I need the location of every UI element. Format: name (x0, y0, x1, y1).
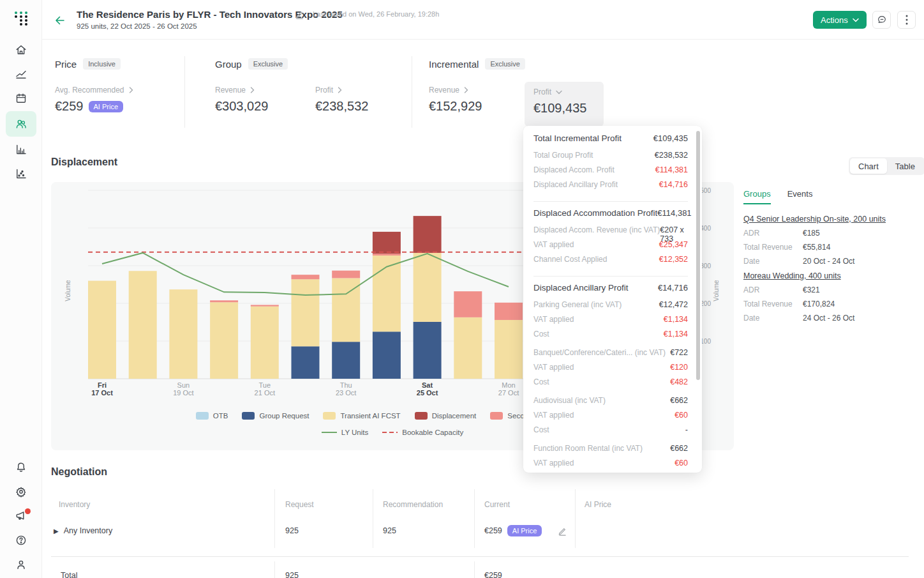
kpi-price-title: Price Inclusive (55, 58, 121, 70)
popup-row-value: €1,134 (664, 315, 688, 324)
metric-group-profit[interactable]: Profit €238,532 (315, 86, 368, 114)
table-divider (474, 489, 475, 548)
group-title-link[interactable]: Q4 Senior Leadership On-site, 200 units (743, 215, 916, 224)
ai-price-badge: AI Price (507, 525, 542, 536)
page-subtitle: 925 units, 22 Oct 2025 - 26 Oct 2025 (77, 22, 197, 30)
group-detail-label: ADR (743, 229, 803, 238)
sidebar-item-profile[interactable] (6, 553, 36, 576)
popup-row: Total Group Profit€238,532 (533, 151, 688, 165)
actions-button[interactable]: Actions (813, 11, 867, 29)
metric-label: Profit (533, 87, 551, 96)
comments-button[interactable] (872, 11, 891, 29)
chevron-right-icon (338, 87, 342, 93)
svg-text:Fri17 Oct: Fri17 Oct (91, 381, 113, 397)
popup-row-value: €12,352 (659, 255, 688, 264)
table-total-divider (51, 556, 909, 557)
popup-row-value: €12,472 (659, 300, 688, 309)
toggle-chart[interactable]: Chart (850, 158, 887, 174)
group-detail-value: 20 Oct - 24 Oct (803, 257, 854, 266)
legend-label: OTB (213, 412, 228, 420)
current-value: €259 (484, 526, 502, 535)
row-any-inventory[interactable]: ▶ Any Inventory (54, 526, 112, 535)
col-request: Request (285, 500, 314, 509)
metric-incremental-revenue[interactable]: Revenue €152,929 (429, 86, 482, 114)
popup-scrollbar[interactable] (696, 131, 700, 380)
tab-groups[interactable]: Groups (743, 189, 771, 204)
group-detail-label: Total Revenue (743, 243, 803, 252)
popup-row-label: Displaced Accommodation Profit (533, 208, 657, 218)
popup-row-value: €60 (674, 459, 688, 468)
popup-row-value: €120 (670, 363, 688, 372)
tab-events[interactable]: Events (787, 189, 813, 204)
svg-text:Volume: Volume (64, 280, 71, 301)
edit-title-icon[interactable] (295, 10, 304, 22)
chat-bubble-icon (877, 15, 887, 25)
kpi-price-label: Price (55, 59, 77, 70)
group-detail-value: 24 Oct - 26 Oct (803, 314, 854, 323)
table-divider (274, 561, 275, 578)
svg-text:Volume: Volume (713, 280, 720, 301)
popup-section: Displaced Ancillary Profit€14,716Parking… (533, 276, 688, 473)
sidebar-item-home[interactable] (6, 38, 36, 61)
kpi-group-badge: Exclusive (248, 58, 288, 70)
legend-swatch (490, 412, 503, 420)
sidebar-item-megaphone[interactable] (6, 505, 36, 528)
popup-row-value: €482 (670, 377, 688, 386)
popup-row: Cost€1,134 (533, 330, 688, 344)
col-inventory: Inventory (59, 500, 90, 509)
group-detail-value: €185 (803, 229, 820, 238)
popup-row-label: Displaced Accom. Revenue (inc VAT) (533, 225, 660, 234)
legend-item: Group Request (242, 412, 309, 420)
inventory-cell: Any Inventory (64, 526, 112, 535)
sidebar-item-scatter-chart[interactable] (6, 162, 36, 185)
kpi-incremental-badge: Exclusive (485, 58, 525, 70)
recommendation-cell: 925 (383, 526, 396, 535)
notification-dot (25, 508, 31, 514)
popup-row-value: €109,435 (653, 133, 688, 143)
group-detail-label: Date (743, 314, 803, 323)
group-detail-label: ADR (743, 285, 803, 294)
sidebar-item-trend[interactable] (6, 63, 36, 86)
kpi-incremental-label: Incremental (429, 59, 479, 70)
more-options-button[interactable] (897, 11, 916, 29)
metric-value: €259 (55, 99, 84, 114)
group-detail-value: €170,824 (803, 300, 835, 308)
chevron-down-icon (556, 90, 562, 95)
metric-value: €152,929 (429, 99, 482, 114)
popup-row: Audiovisual (inc VAT)€662 (533, 396, 688, 411)
groups-list: Q4 Senior Leadership On-site, 200 unitsA… (743, 215, 916, 328)
popup-row-value: €114,381 (657, 208, 691, 218)
legend-swatch (323, 412, 336, 420)
back-arrow-icon[interactable] (54, 14, 66, 29)
group-title-link[interactable]: Moreau Wedding, 400 units (743, 271, 916, 280)
legend-swatch (242, 412, 255, 420)
chevron-right-icon (129, 87, 133, 93)
request-cell: 925 (285, 526, 299, 535)
sidebar-item-bell[interactable] (6, 456, 36, 479)
popup-row-label: VAT applied (533, 315, 574, 324)
metric-value: €238,532 (315, 99, 368, 114)
metric-avg-recommended[interactable]: Avg. Recommended €259 AI Price (55, 86, 133, 114)
legend-label: Displacement (432, 412, 477, 420)
group-detail-row: Date20 Oct - 24 Oct (743, 257, 916, 266)
metric-incremental-profit-selected[interactable]: Profit €109,435 (525, 82, 604, 126)
popup-row-value: €25,347 (659, 240, 688, 249)
sidebar-item-calendar[interactable] (6, 87, 36, 110)
sidebar-item-settings[interactable] (6, 480, 36, 503)
popup-row: VAT applied€60 (533, 411, 688, 425)
edit-current-icon[interactable] (558, 526, 567, 538)
metric-label: Avg. Recommended (55, 86, 124, 95)
toggle-table[interactable]: Table (887, 158, 923, 174)
expand-caret-icon[interactable]: ▶ (54, 528, 59, 535)
popup-row-value: €114,381 (655, 165, 688, 174)
sidebar-item-bar-chart[interactable] (6, 138, 36, 161)
metric-group-revenue[interactable]: Revenue €303,029 (215, 86, 268, 114)
displacement-heading: Displacement (51, 156, 117, 168)
popup-row-label: Cost (533, 330, 549, 338)
sidebar-item-groups[interactable] (6, 111, 36, 137)
popup-row: Banquet/Conference/Cateri... (inc VAT)€7… (533, 348, 688, 363)
incremental-profit-popup: Total Incremental Profit€109,435Total Gr… (523, 126, 702, 473)
sidebar-item-help[interactable] (6, 529, 36, 552)
actions-button-label: Actions (821, 15, 848, 25)
legend-item: LY Units (322, 429, 368, 436)
